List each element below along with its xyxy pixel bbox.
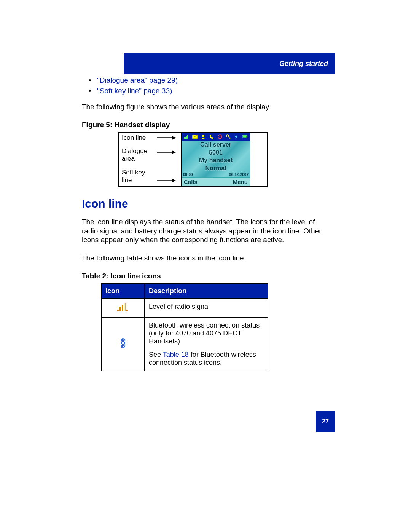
dialogue-line-1: Call server (200, 141, 231, 149)
dialogue-label-line2: area (122, 155, 152, 163)
svg-rect-8 (186, 136, 187, 139)
list-item: "Dialogue area" page 29) (82, 76, 329, 85)
phone-timestamps: 08:00 06-12-2007 (182, 173, 250, 177)
signal-icon (184, 134, 189, 139)
figure-caption: Figure 5: Handset display (82, 121, 329, 129)
svg-rect-18 (117, 310, 119, 311)
key-icon (226, 134, 231, 139)
bt-desc-part2: See Table 18 for Bluetooth wireless conn… (149, 351, 264, 367)
svg-marker-1 (172, 136, 176, 140)
figure-labels: Icon line Dialogue area Soft key (119, 133, 181, 186)
icon-line-heading: Icon line (82, 197, 329, 210)
speaker-icon (234, 134, 239, 139)
phone-date: 06-12-2007 (229, 173, 249, 177)
softkey-right: Menu (233, 179, 248, 185)
figure-box: Icon line Dialogue area Soft key (118, 132, 268, 187)
svg-rect-21 (124, 303, 126, 311)
page-header-bar: Getting started (124, 53, 335, 74)
handset-display: Call server 5001 My handset Normal 08:00… (181, 133, 250, 186)
list-item: "Soft key line" page 33) (82, 87, 329, 95)
table-18-link[interactable]: Table 18 (163, 351, 189, 358)
dialogue-area-link[interactable]: "Dialogue area" page 29) (97, 76, 178, 84)
table-caption: Table 2: Icon line icons (82, 272, 329, 280)
arrow-icon (154, 150, 179, 155)
dialogue-area-label-row: Dialogue area (122, 147, 179, 163)
bluetooth-icon-cell (101, 317, 145, 371)
person-icon (201, 134, 206, 139)
softkey-label-line1: Soft key (122, 169, 152, 176)
svg-rect-6 (184, 137, 185, 139)
th-icon: Icon (101, 284, 145, 299)
phone-icon (209, 134, 214, 139)
signal-description: Level of radio signal (145, 299, 268, 317)
arrow-icon (154, 178, 179, 183)
clock-icon (217, 134, 223, 139)
dialogue-label-line1: Dialogue (122, 147, 152, 155)
phone-time: 08:00 (183, 173, 193, 177)
soft-key-line-link[interactable]: "Soft key line" page 33) (97, 87, 172, 95)
softkey-left: Calls (184, 179, 198, 185)
softkey-label-line2: line (122, 176, 152, 184)
page-content: "Dialogue area" page 29) "Soft key line"… (82, 76, 329, 371)
signal-icon-cell (101, 299, 145, 317)
envelope-icon (192, 134, 198, 139)
svg-rect-19 (119, 307, 121, 311)
table-header-row: Icon Description (101, 284, 268, 299)
dialogue-line-4: Normal (205, 165, 226, 173)
svg-rect-17 (247, 136, 247, 137)
phone-icon-line (182, 133, 250, 141)
dialogue-line-2: 5001 (209, 149, 223, 157)
page-number: 27 (316, 411, 335, 432)
icon-line-paragraph-1: The icon line displays the status of the… (82, 217, 329, 244)
arrow-icon (154, 135, 179, 141)
table-row: Bluetooth wireless connection status (on… (101, 317, 268, 371)
section-title: Getting started (279, 60, 328, 68)
table-row: Level of radio signal (101, 299, 268, 317)
svg-rect-9 (187, 135, 188, 139)
signal-icon (117, 305, 129, 313)
softkey-label-row: Soft key line (122, 169, 179, 184)
svg-point-11 (202, 135, 204, 137)
svg-rect-20 (122, 305, 123, 311)
bluetooth-icon (119, 342, 126, 350)
svg-rect-22 (126, 310, 128, 311)
svg-line-14 (228, 137, 230, 139)
battery-icon (242, 134, 248, 139)
bt-see-text: See (149, 351, 163, 358)
icon-line-label: Icon line (122, 134, 152, 142)
phone-dialogue-area: Call server 5001 My handset Normal (182, 141, 250, 173)
svg-marker-3 (172, 150, 176, 154)
th-description: Description (145, 284, 268, 299)
reference-list: "Dialogue area" page 29) "Soft key line"… (82, 76, 329, 95)
page-number-text: 27 (322, 418, 329, 425)
svg-rect-7 (185, 137, 186, 139)
icon-line-paragraph-2: The following table shows the icons in t… (82, 254, 329, 263)
bt-desc-part1: Bluetooth wireless connection status (on… (149, 321, 264, 345)
svg-marker-5 (172, 179, 176, 182)
intro-paragraph: The following figure shows the various a… (82, 102, 329, 112)
icon-line-label-row: Icon line (122, 134, 179, 142)
phone-softkey-line: Calls Menu (182, 177, 250, 186)
bluetooth-description: Bluetooth wireless connection status (on… (145, 317, 268, 371)
dialogue-line-3: My handset (199, 157, 233, 165)
svg-rect-16 (243, 136, 247, 137)
icon-line-table: Icon Description Le (101, 283, 268, 371)
